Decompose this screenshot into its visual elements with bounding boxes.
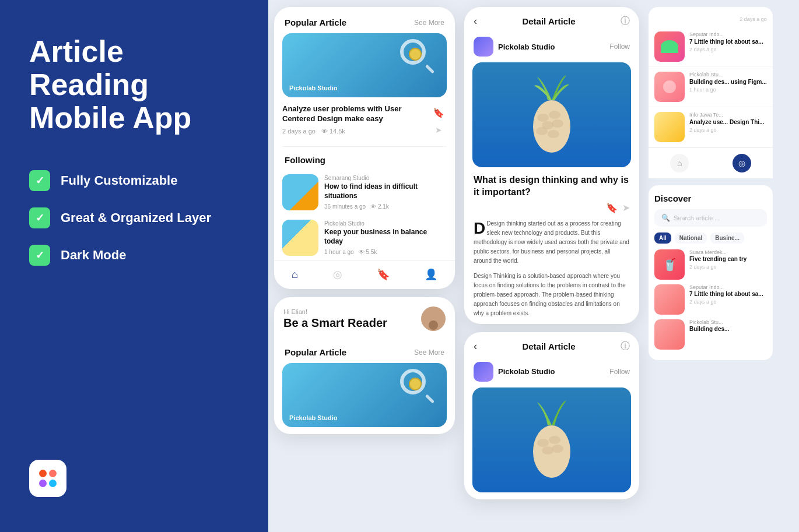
feature-item-customizable: Fully Customizable [29,170,239,191]
following-thumb-1 [282,174,318,210]
detail-article-title-text-2: Detail Article [522,341,575,351]
views-count: 14.5k [330,128,345,135]
right-art-thumb-1 [654,31,685,62]
follow-button[interactable]: Follow [609,43,630,51]
svg-point-10 [542,446,553,455]
bottom-nav: ⌂ ◎ 🔖 👤 [274,260,455,289]
author-left-2: Pickolab Studio [474,362,555,382]
detail-header: ‹ Detail Article ⓘ [464,7,639,33]
author-row-2: Pickolab Studio Follow [464,358,639,387]
svg-point-11 [552,445,563,453]
magnifier-2 [400,369,435,404]
thumb-orange [282,174,318,210]
nav-bookmark-icon[interactable]: 🔖 [377,268,390,281]
article-body-text-2: Design Thinking is a solution-based appr… [464,272,639,324]
discover-item-1[interactable]: 🥤 Suara Merdek... Five trending can try … [654,249,767,280]
svg-point-4 [552,119,563,128]
following-item-2[interactable]: Pickolab Studio Keep your business in ba… [274,215,455,260]
magnifier-circle-2 [400,369,426,394]
magnifier-decoration [400,39,435,74]
hero-image-2: Pickolab Studio [282,363,447,427]
share-button[interactable]: ➤ [430,122,447,138]
cat-tab-national[interactable]: National [675,232,707,244]
svg-point-5 [536,127,548,135]
disc-info-3: Pickolab Stu... Building des... [689,319,729,350]
info-button-2[interactable]: ⓘ [621,340,630,353]
svg-point-2 [549,111,560,119]
following-meta-1: 36 minutes a go 👁 2.1k [324,203,447,210]
hi-user: Hi Elian! [283,308,387,315]
right-article-item-3[interactable]: Info Jawa Te... Analyze use... Design Th… [649,107,773,147]
bookmark-action-icon[interactable]: 🔖 [606,202,618,213]
following-time-2: 1 hour a go [324,249,354,255]
feature-item-darkmode: Dark Mode [29,245,239,266]
following-time-1: 36 minutes a go [324,203,366,210]
following-content-2: Pickolab Studio Keep your business in ba… [324,220,447,255]
top-time: 2 days a go [740,16,767,22]
right-nav-compass[interactable]: ◎ [733,154,751,172]
smart-reader-title: Be a Smart Reader [283,316,387,330]
article-list-panel: 2 days a go Seputar Indo... 7 Little thi… [649,7,773,178]
info-button[interactable]: ⓘ [621,15,630,27]
detail-header-2: ‹ Detail Article ⓘ [464,332,639,358]
following-source-1: Semarang Studio [324,175,447,181]
discover-item-3[interactable]: Pickolab Stu... Building des... [654,319,767,350]
thumb-red [654,31,685,62]
thumb-pink [654,72,685,102]
right-art-source-3: Info Jawa Te... [689,112,764,118]
share-action-icon[interactable]: ➤ [622,202,630,213]
discover-item-2[interactable]: Seputar Indo... 7 Little thing lot about… [654,284,767,315]
drop-cap: D [474,220,485,237]
following-content-1: Semarang Studio How to find ideas in dif… [324,175,447,209]
disc-title-1: Five trending can try [689,255,747,263]
following-item-1[interactable]: Semarang Studio How to find ideas in dif… [274,170,455,215]
popular-article-header: Popular Article See More [274,7,455,33]
see-more-2[interactable]: See More [414,348,444,357]
column-2: ‹ Detail Article ⓘ Pickolab Studio Follo… [464,0,639,506]
figma-dot-orange [49,470,57,477]
right-art-info-1: Seputar Indo... 7 Little thing lot about… [689,31,763,62]
pineapple-svg [525,74,578,156]
article-meta: 2 days a go 👁 14.5k [282,128,411,135]
right-art-title-2: Building des... using Figm... [689,78,767,86]
column-1: Popular Article See More Pickolab Studio… [274,0,455,441]
back-button-2[interactable]: ‹ [474,340,477,353]
cat-tab-business[interactable]: Busine... [710,232,744,244]
right-nav-home[interactable]: ⌂ [670,154,689,172]
compass-icon: ◎ [738,158,745,168]
right-article-item-2[interactable]: Pickolab Stu... Building des... using Fi… [649,67,773,107]
search-bar[interactable]: 🔍 Search article ... [654,209,767,227]
following-source-2: Pickolab Studio [324,220,447,227]
disc-thumb-3 [654,319,685,350]
divider [282,146,447,147]
screen2-top: Hi Elian! Be a Smart Reader [274,297,455,337]
following-views-2: 5.5k [366,249,377,255]
right-art-thumb-2 [654,72,685,102]
author-left: Pickolab Studio [474,37,555,57]
disc-title-2: 7 Little thing lot about sa... [689,290,763,298]
see-more-button[interactable]: See More [414,19,444,27]
disc-time-1: 2 days a go [689,264,747,270]
phone-screen-popular-article: Popular Article See More Pickolab Studio… [274,7,455,289]
popular-article-title: Popular Article [285,17,346,27]
popular-title-2: Popular Article [285,347,346,357]
right-article-item-1[interactable]: Seputar Indo... 7 Little thing lot about… [649,27,773,67]
following-title-1: How to find ideas in difficult situation… [324,182,447,200]
right-art-info-3: Info Jawa Te... Analyze use... Design Th… [689,112,764,142]
right-art-source-1: Seputar Indo... [689,31,763,37]
phone-screen-smart-reader: Hi Elian! Be a Smart Reader Popular Arti… [274,297,455,434]
nav-explore-icon[interactable]: ◎ [333,268,342,281]
cat-tab-all[interactable]: All [654,232,671,244]
bookmark-button[interactable]: 🔖 [430,104,447,121]
back-button[interactable]: ‹ [474,15,477,27]
title-line1: Article Reading [29,34,149,101]
left-panel: Article Reading Mobile App Fully Customi… [0,0,268,532]
follow-button-2[interactable]: Follow [609,368,630,376]
nav-profile-icon[interactable]: 👤 [425,268,437,281]
detail-article-title-text: Detail Article [522,16,575,26]
nav-home-icon[interactable]: ⌂ [292,269,298,281]
feature-label-organized: Great & Organized Layer [61,210,211,226]
column-3: 2 days a go Seputar Indo... 7 Little thi… [649,0,773,367]
hero-label-2: Pickolab Studio [289,414,338,421]
disc-info-2: Seputar Indo... 7 Little thing lot about… [689,284,763,315]
